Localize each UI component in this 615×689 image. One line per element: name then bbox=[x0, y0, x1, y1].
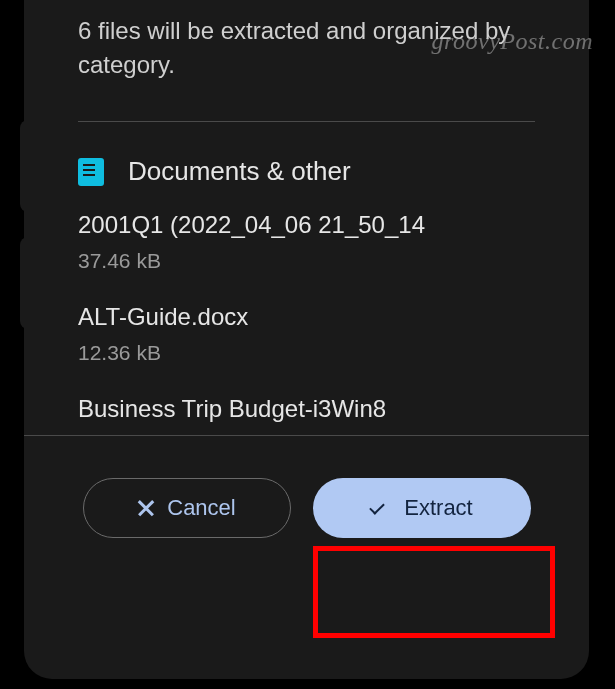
file-size: 37.46 kB bbox=[78, 249, 535, 273]
category-header: Documents & other bbox=[24, 122, 589, 211]
extract-label: Extract bbox=[404, 495, 472, 521]
list-item: ALT-Guide.docx 12.36 kB bbox=[78, 303, 535, 365]
file-name: 2001Q1 (2022_04_06 21_50_14 bbox=[78, 211, 535, 239]
file-name: Business Trip Budget-i3Win8 bbox=[78, 395, 535, 423]
document-icon bbox=[78, 158, 104, 186]
cancel-button[interactable]: Cancel bbox=[83, 478, 291, 538]
file-list: 2001Q1 (2022_04_06 21_50_14 37.46 kB ALT… bbox=[24, 211, 589, 423]
list-item: Business Trip Budget-i3Win8 bbox=[78, 395, 535, 423]
extract-dialog: 6 files will be extracted and organized … bbox=[24, 0, 589, 679]
list-item: 2001Q1 (2022_04_06 21_50_14 37.46 kB bbox=[78, 211, 535, 273]
category-title: Documents & other bbox=[128, 156, 351, 187]
watermark: groovyPost.com bbox=[432, 28, 593, 55]
button-row: Cancel Extract bbox=[24, 436, 589, 572]
file-size: 12.36 kB bbox=[78, 341, 535, 365]
check-icon bbox=[370, 500, 392, 516]
file-name: ALT-Guide.docx bbox=[78, 303, 535, 331]
cancel-label: Cancel bbox=[167, 495, 235, 521]
extract-button[interactable]: Extract bbox=[313, 478, 531, 538]
close-icon bbox=[137, 499, 155, 517]
